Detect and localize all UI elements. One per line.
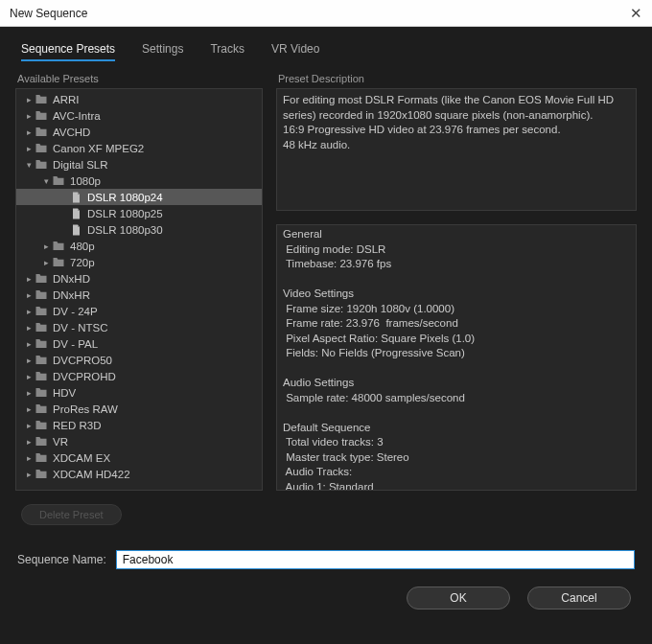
preset-item-dslr-1080p25[interactable]: DSLR 1080p25 xyxy=(16,205,262,221)
chevron-right-icon[interactable] xyxy=(24,307,34,316)
window-title: New Sequence xyxy=(10,7,87,20)
main-area: Available Presets ARRIAVC-IntraAVCHDCano… xyxy=(0,69,652,491)
chevron-right-icon[interactable] xyxy=(24,388,34,398)
tree-item-label: 480p xyxy=(70,241,95,252)
preset-folder-red-r3d[interactable]: RED R3D xyxy=(16,417,262,433)
sequence-name-row: Sequence Name: xyxy=(0,525,652,569)
preset-folder-xdcam-ex[interactable]: XDCAM EX xyxy=(16,449,262,466)
preset-item-dslr-1080p24[interactable]: DSLR 1080p24 xyxy=(16,189,262,205)
folder-icon xyxy=(34,158,49,171)
dialog-buttons: OK Cancel xyxy=(0,569,652,610)
folder-icon xyxy=(34,419,49,431)
preset-folder-canon-xf-mpeg2[interactable]: Canon XF MPEG2 xyxy=(16,140,262,156)
preset-folder-hdv[interactable]: HDV xyxy=(16,384,262,401)
tree-item-label: RED R3D xyxy=(53,420,101,431)
sequence-name-input[interactable] xyxy=(116,550,635,569)
preset-folder-dnxhr[interactable]: DNxHR xyxy=(16,287,262,303)
folder-icon xyxy=(34,370,49,382)
folder-icon xyxy=(34,337,49,350)
chevron-down-icon[interactable] xyxy=(24,160,34,170)
chevron-right-icon[interactable] xyxy=(41,258,51,267)
tree-item-label: DSLR 1080p25 xyxy=(87,208,163,219)
tree-item-label: Canon XF MPEG2 xyxy=(53,143,144,154)
folder-icon xyxy=(51,174,66,187)
preset-folder-avc-intra[interactable]: AVC-Intra xyxy=(16,107,262,124)
description-line: 48 kHz audio. xyxy=(283,138,630,153)
cancel-button[interactable]: Cancel xyxy=(527,586,631,610)
titlebar: New Sequence ✕ xyxy=(0,0,652,27)
preset-tree[interactable]: ARRIAVC-IntraAVCHDCanon XF MPEG2Digital … xyxy=(15,88,263,491)
folder-icon xyxy=(34,402,49,415)
folder-icon xyxy=(34,142,49,154)
folder-icon xyxy=(34,93,49,105)
chevron-right-icon[interactable] xyxy=(24,95,34,104)
folder-icon xyxy=(34,126,49,138)
tree-item-label: ARRI xyxy=(53,94,79,105)
folder-icon xyxy=(34,451,49,464)
chevron-right-icon[interactable] xyxy=(24,323,34,333)
preset-details-box[interactable]: General Editing mode: DSLR Timebase: 23.… xyxy=(276,224,637,491)
preset-folder-dvcpro50[interactable]: DVCPRO50 xyxy=(16,352,262,368)
preset-folder-dnxhd[interactable]: DNxHD xyxy=(16,270,262,287)
chevron-right-icon[interactable] xyxy=(24,421,34,430)
preset-folder-vr[interactable]: VR xyxy=(16,433,262,449)
delete-preset-button: Delete Preset xyxy=(21,504,122,525)
sequence-name-label: Sequence Name: xyxy=(17,553,106,566)
preset-folder-avchd[interactable]: AVCHD xyxy=(16,124,262,140)
folder-icon xyxy=(34,305,49,317)
folder-icon xyxy=(34,435,49,448)
preset-folder-dvcprohd[interactable]: DVCPROHD xyxy=(16,368,262,384)
close-icon[interactable]: ✕ xyxy=(630,5,642,22)
chevron-right-icon[interactable] xyxy=(24,111,34,121)
preset-folder-xdcam-hd422[interactable]: XDCAM HD422 xyxy=(16,466,262,482)
tab-tracks[interactable]: Tracks xyxy=(210,42,244,61)
preset-folder-digital-slr[interactable]: Digital SLR xyxy=(16,156,262,172)
tree-item-label: AVC-Intra xyxy=(53,110,101,122)
preset-folder-arri[interactable]: ARRI xyxy=(16,91,262,107)
preset-folder-dv-ntsc[interactable]: DV - NTSC xyxy=(16,319,262,335)
chevron-right-icon[interactable] xyxy=(24,339,34,349)
chevron-right-icon[interactable] xyxy=(24,404,34,414)
preset-folder-dv-24p[interactable]: DV - 24P xyxy=(16,303,262,319)
preset-file-icon xyxy=(68,223,83,236)
chevron-down-icon[interactable] xyxy=(41,176,51,186)
folder-icon xyxy=(51,256,66,268)
tab-bar: Sequence PresetsSettingsTracksVR Video xyxy=(0,27,652,69)
tab-vr-video[interactable]: VR Video xyxy=(271,42,319,61)
tree-item-label: DNxHR xyxy=(53,289,90,301)
preset-item-dslr-1080p30[interactable]: DSLR 1080p30 xyxy=(16,221,262,238)
preset-folder-prores-raw[interactable]: ProRes RAW xyxy=(16,401,262,417)
left-column: Available Presets ARRIAVC-IntraAVCHDCano… xyxy=(15,73,263,491)
preset-file-icon xyxy=(68,207,83,219)
available-presets-label: Available Presets xyxy=(15,73,263,84)
chevron-right-icon[interactable] xyxy=(41,242,51,251)
folder-icon xyxy=(34,288,49,301)
folder-icon xyxy=(34,468,49,480)
chevron-right-icon[interactable] xyxy=(24,356,34,365)
folder-icon xyxy=(34,386,49,399)
chevron-right-icon[interactable] xyxy=(24,127,34,137)
chevron-right-icon[interactable] xyxy=(24,372,34,381)
delete-row: Delete Preset xyxy=(0,491,652,525)
chevron-right-icon[interactable] xyxy=(24,144,34,153)
chevron-right-icon[interactable] xyxy=(24,290,34,300)
tree-item-label: HDV xyxy=(53,387,76,399)
tree-item-label: DVCPRO50 xyxy=(53,355,112,366)
folder-icon xyxy=(34,321,49,334)
tree-item-label: 720p xyxy=(70,257,95,268)
preset-folder-1080p[interactable]: 1080p xyxy=(16,172,262,189)
tab-sequence-presets[interactable]: Sequence Presets xyxy=(21,42,115,61)
right-column: Preset Description For editing most DSLR… xyxy=(276,73,637,491)
preset-folder-dv-pal[interactable]: DV - PAL xyxy=(16,335,262,352)
preset-folder-720p[interactable]: 720p xyxy=(16,254,262,270)
ok-button[interactable]: OK xyxy=(407,586,510,610)
chevron-right-icon[interactable] xyxy=(24,453,34,463)
chevron-right-icon[interactable] xyxy=(24,470,34,479)
tab-settings[interactable]: Settings xyxy=(142,42,183,61)
folder-icon xyxy=(34,272,49,285)
chevron-right-icon[interactable] xyxy=(24,274,34,284)
chevron-right-icon[interactable] xyxy=(24,437,34,447)
preset-description-box[interactable]: For editing most DSLR Formats (like the … xyxy=(276,88,637,211)
preset-folder-480p[interactable]: 480p xyxy=(16,238,262,254)
tree-item-label: DV - 24P xyxy=(53,306,98,317)
